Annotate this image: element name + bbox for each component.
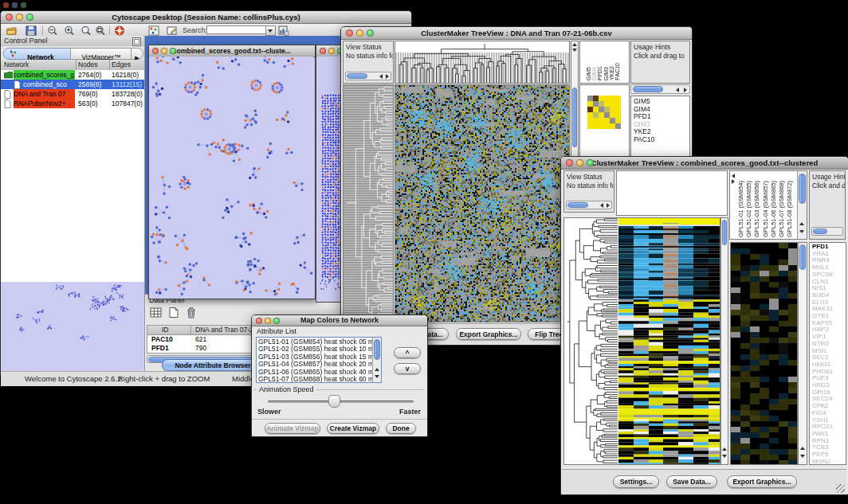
close-button[interactable]	[6, 14, 13, 21]
move-up-button[interactable]: ^	[394, 347, 421, 358]
open-file-icon[interactable]	[6, 25, 18, 36]
create-vizmap-button[interactable]: Create Vizmap	[327, 423, 379, 434]
tv2-labels-vscroll[interactable]	[797, 171, 807, 239]
scroll-left-arrow[interactable]	[379, 74, 383, 79]
speed-slider-thumb[interactable]	[328, 395, 340, 408]
search-input[interactable]	[206, 25, 267, 34]
tab-network[interactable]: Network	[3, 48, 72, 60]
network-table-row[interactable]: RNAPuberNov2+563(0)107847(0)	[1, 99, 144, 108]
tv1-usage-hscroll[interactable]	[630, 84, 690, 94]
network-name[interactable]: RNAPuberNov2+	[14, 99, 75, 108]
attribute-table-icon[interactable]	[150, 307, 163, 318]
settings-button[interactable]: Settings...	[613, 475, 659, 488]
minimize-button[interactable]	[16, 14, 23, 21]
search-dropdown[interactable]	[265, 25, 276, 36]
network-table-row[interactable]: combined_scores_g2764(0)16218(0)	[1, 70, 144, 80]
minimize-button[interactable]	[576, 159, 583, 166]
float-panel-icon[interactable]	[132, 37, 141, 46]
scroll-left-arrow[interactable]	[600, 203, 603, 208]
help-lifering-icon[interactable]	[114, 25, 125, 36]
zoom-button[interactable]	[367, 29, 374, 37]
export-graphics-button[interactable]: Export Graphics...	[727, 475, 797, 488]
close-button[interactable]	[256, 318, 262, 324]
scroll-thumb[interactable]	[799, 174, 806, 204]
close-button[interactable]	[566, 159, 573, 166]
zoom-fit-icon[interactable]	[95, 25, 106, 36]
annotation-icon[interactable]	[167, 25, 178, 36]
scroll-left-arrow[interactable]	[676, 88, 679, 92]
save-data-button[interactable]: Save Data...	[666, 475, 717, 488]
delete-attribute-trash-icon[interactable]	[185, 306, 198, 318]
scroll-down-arrow[interactable]	[722, 455, 727, 458]
scroll-up-arrow[interactable]	[572, 43, 577, 46]
scroll-up-arrow[interactable]	[799, 222, 804, 225]
main-title-bar[interactable]: Cytoscape Desktop (Session Name: collins…	[1, 11, 411, 24]
scroll-right-arrow[interactable]	[732, 179, 735, 184]
new-attribute-icon[interactable]	[167, 307, 180, 318]
network-name[interactable]: combined_scores_g	[14, 70, 75, 80]
col-network[interactable]: Network	[4, 60, 29, 70]
chart-settings-icon[interactable]	[278, 25, 289, 36]
similarity-matrix[interactable]	[587, 96, 621, 129]
minimize-button[interactable]	[356, 29, 363, 37]
zoom-in-icon[interactable]	[64, 25, 75, 36]
network-table-row[interactable]: combined_sco2569(6)13112(15)	[1, 80, 144, 89]
scroll-up-arrow[interactable]	[375, 368, 379, 371]
zoom-out-icon[interactable]	[47, 25, 58, 36]
scroll-up-arrow[interactable]	[800, 447, 805, 450]
network-name[interactable]: DNA and Tran 07	[14, 89, 75, 99]
scroll-thumb[interactable]	[722, 220, 727, 245]
tv2-zoom-heatmap[interactable]	[730, 242, 798, 465]
scroll-left-arrow[interactable]	[732, 174, 735, 178]
close-button[interactable]	[346, 29, 353, 37]
network-overview-panel[interactable]	[1, 282, 144, 371]
network-view-titlebar[interactable]: combined_scores_good.txt--cluste...	[149, 45, 315, 57]
tv2-usage-hscroll[interactable]	[811, 227, 843, 236]
network-name[interactable]: combined_sco	[23, 80, 75, 89]
gene-label[interactable]: PAC10	[634, 136, 654, 144]
tv1-row-dendrogram[interactable]	[343, 84, 394, 322]
tv1-column-dendrogram[interactable]	[395, 41, 570, 84]
scroll-right-arrow[interactable]	[684, 88, 687, 92]
scroll-thumb[interactable]	[633, 86, 663, 92]
tv2-row-dendrogram[interactable]	[563, 217, 618, 465]
gene-label[interactable]: MON2	[812, 459, 833, 465]
tv2-heatmap[interactable]	[618, 217, 720, 465]
col-edges[interactable]: Edges	[112, 60, 131, 70]
app-icon[interactable]	[3, 2, 9, 8]
animate-vizmap-button[interactable]: Animate Vizmap	[265, 423, 320, 434]
scroll-down-arrow[interactable]	[800, 455, 805, 458]
overview-canvas[interactable]	[1, 282, 144, 371]
close-button[interactable]	[152, 48, 159, 54]
treeview1-titlebar[interactable]: ClusterMaker TreeView : DNA and Tran 07-…	[341, 27, 692, 40]
attribute-list-item[interactable]: GPL51-07 (GSM868) heat shock 60 min	[258, 376, 379, 383]
network-overview-icon[interactable]	[148, 25, 159, 36]
scroll-thumb[interactable]	[799, 244, 806, 270]
network-table-row[interactable]: DNA and Tran 07769(0)183728(0)	[1, 89, 144, 99]
tv2-zoom-vscroll[interactable]	[798, 242, 807, 465]
minimize-button[interactable]	[161, 48, 167, 54]
zoom-button[interactable]	[587, 159, 594, 166]
export-graphics-button[interactable]: Export Graphics...	[456, 328, 521, 340]
tv1-status-hscroll[interactable]	[345, 72, 391, 80]
tab-overflow[interactable]: ▶	[131, 48, 143, 60]
tv2-status-hscroll[interactable]	[566, 201, 612, 209]
scroll-thumb[interactable]	[374, 339, 380, 360]
minimize-button[interactable]	[265, 318, 271, 324]
zoom-button[interactable]	[26, 14, 33, 21]
scroll-thumb[interactable]	[567, 202, 588, 208]
scroll-down-arrow[interactable]	[375, 375, 379, 378]
treeview2-titlebar[interactable]: ClusterMaker TreeView : combined_scores_…	[561, 157, 848, 170]
scroll-down-arrow[interactable]	[799, 230, 804, 233]
tv1-heatmap[interactable]	[395, 84, 570, 322]
tab-vizmapper[interactable]: VizMapper™	[70, 48, 132, 60]
scroll-thumb[interactable]	[347, 73, 367, 79]
scroll-thumb[interactable]	[572, 88, 577, 147]
zoom-button[interactable]	[170, 48, 176, 54]
zoom-button[interactable]	[273, 318, 280, 324]
list-vscroll[interactable]	[372, 338, 381, 382]
node-attribute-browser-button[interactable]: Node Attribute Browser	[162, 359, 264, 371]
save-icon[interactable]	[26, 25, 37, 36]
app-icon[interactable]	[21, 2, 26, 8]
id-column-header[interactable]: ID	[162, 326, 169, 334]
